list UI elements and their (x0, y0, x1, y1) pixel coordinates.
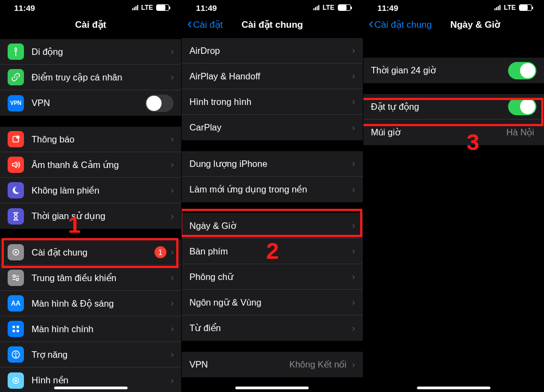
toggle-auto-set[interactable] (508, 98, 536, 115)
status-network: LTE (504, 4, 516, 11)
row-hotspot[interactable]: Điểm truy cập cá nhân › (0, 65, 181, 90)
row-value: Không Kết nối (289, 359, 347, 370)
row-notifications[interactable]: Thông báo › (0, 127, 181, 152)
chevron-right-icon: › (352, 71, 355, 82)
svg-point-15 (15, 379, 17, 382)
status-network: LTE (141, 4, 153, 11)
row-label: Đặt tự động (371, 102, 508, 112)
wallpaper-icon (8, 372, 24, 389)
row-label: CarPlay (189, 122, 349, 133)
row-date-time[interactable]: Ngày & Giờ› (182, 213, 362, 239)
row-label: Dung lượng iPhone (189, 159, 349, 169)
row-vpn-status[interactable]: VPNKhông Kết nối› (182, 352, 362, 377)
status-time: 11:49 (378, 3, 398, 13)
row-screentime[interactable]: Thời gian sử dụng › (0, 203, 181, 229)
row-lang-region[interactable]: Ngôn ngữ & Vùng› (182, 290, 362, 315)
moon-icon (8, 182, 24, 198)
group-auto: Đặt tự động Múi giờ Hà Nội (363, 94, 544, 145)
chevron-right-icon: › (171, 134, 174, 145)
row-label: Làm mới ứng dụng trong nền (189, 184, 349, 195)
row-label: Từ điển (189, 323, 349, 333)
back-label: Cài đặt (193, 19, 222, 30)
chevron-right-icon: › (352, 246, 355, 257)
home-indicator[interactable] (236, 387, 309, 389)
gear-icon (8, 244, 24, 260)
home-indicator[interactable] (417, 387, 490, 389)
row-keyboard[interactable]: Bàn phím› (182, 239, 362, 264)
row-label: Bàn phím (189, 246, 349, 257)
row-bg-refresh[interactable]: Làm mới ứng dụng trong nền› (182, 177, 362, 202)
status-time: 11:49 (14, 3, 35, 13)
row-label: Thời gian sử dụng (32, 211, 168, 221)
row-control-center[interactable]: Trung tâm điều khiển › (0, 265, 181, 291)
row-storage[interactable]: Dung lượng iPhone› (182, 151, 362, 177)
row-airplay[interactable]: AirPlay & Handoff› (182, 64, 362, 89)
chevron-right-icon: › (352, 96, 355, 107)
status-bar: 11:49 LTE (363, 0, 544, 15)
nav-header: ‹Cài đặt chung Ngày & Giờ (363, 15, 544, 34)
row-dnd[interactable]: Không làm phiền › (0, 178, 181, 203)
chevron-right-icon: › (352, 45, 355, 56)
chevron-right-icon: › (352, 323, 355, 334)
general-settings-screen: 11:49 LTE ‹Cài đặt Cài đặt chung AirDrop… (181, 0, 362, 392)
chevron-right-icon: › (171, 375, 174, 386)
svg-point-13 (15, 352, 16, 353)
group-notifications: Thông báo › Âm thanh & Cảm ứng › Không l… (0, 127, 181, 229)
row-24h[interactable]: Thời gian 24 giờ (363, 58, 544, 83)
signal-icon (494, 5, 500, 10)
row-label: Hình nền (32, 375, 168, 385)
back-button[interactable]: ‹Cài đặt chung (369, 17, 432, 32)
row-sounds[interactable]: Âm thanh & Cảm ứng › (0, 152, 181, 178)
vpn-toggle[interactable] (145, 95, 174, 112)
group-connect: AirDrop› AirPlay & Handoff› Hình trong h… (182, 38, 362, 140)
switches-icon (8, 270, 24, 286)
chevron-left-icon: ‹ (369, 16, 374, 30)
svg-rect-9 (17, 326, 20, 328)
chevron-right-icon: › (171, 349, 174, 360)
row-label: Điểm truy cập cá nhân (32, 72, 168, 83)
date-time-screen: 11:49 LTE ‹Cài đặt chung Ngày & Giờ Thời… (363, 0, 544, 392)
signal-icon (313, 5, 319, 10)
row-label: Ngôn ngữ & Vùng (189, 297, 349, 308)
row-label: Màn hình & Độ sáng (32, 298, 168, 309)
row-display[interactable]: AA Màn hình & Độ sáng › (0, 291, 181, 316)
group-lang: Ngày & Giờ› Bàn phím› Phông chữ› Ngôn ng… (182, 213, 362, 341)
svg-point-3 (15, 251, 17, 253)
chevron-right-icon: › (352, 122, 355, 133)
row-label: AirDrop (189, 46, 349, 56)
row-fonts[interactable]: Phông chữ› (182, 264, 362, 290)
back-button[interactable]: ‹Cài đặt (187, 17, 222, 32)
row-carplay[interactable]: CarPlay› (182, 115, 362, 140)
row-airdrop[interactable]: AirDrop› (182, 38, 362, 64)
chevron-right-icon: › (352, 359, 355, 370)
row-general[interactable]: Cài đặt chung 1 › (0, 240, 181, 265)
speaker-icon (8, 157, 24, 173)
chevron-right-icon: › (352, 184, 355, 195)
row-timezone[interactable]: Múi giờ Hà Nội (363, 120, 544, 145)
row-dictionary[interactable]: Từ điển› (182, 315, 362, 341)
chevron-right-icon: › (352, 271, 355, 282)
row-label: Di động (32, 47, 168, 57)
antenna-icon (8, 43, 24, 60)
row-label: Cài đặt chung (32, 247, 154, 258)
row-vpn[interactable]: VPN VPN (0, 90, 181, 116)
battery-icon (519, 4, 532, 11)
chevron-right-icon: › (171, 185, 174, 196)
home-indicator[interactable] (54, 387, 127, 389)
row-value: Hà Nội (506, 127, 534, 138)
bell-icon (8, 131, 24, 147)
row-auto-set[interactable]: Đặt tự động (363, 94, 544, 120)
row-cellular[interactable]: Di động › (0, 39, 181, 65)
toggle-24h[interactable] (508, 62, 536, 79)
row-label: Trung tâm điều khiển (32, 273, 168, 283)
row-homescreen[interactable]: Màn hình chính › (0, 316, 181, 342)
row-pip[interactable]: Hình trong hình› (182, 89, 362, 115)
group-general: Cài đặt chung 1 › Trung tâm điều khiển ›… (0, 240, 181, 392)
signal-icon (132, 5, 138, 10)
row-label: Múi giờ (371, 127, 506, 138)
row-accessibility[interactable]: Trợ năng › (0, 342, 181, 368)
grid-icon (8, 321, 24, 337)
chevron-right-icon: › (171, 159, 174, 170)
chevron-right-icon: › (352, 220, 355, 231)
svg-point-1 (16, 135, 20, 139)
